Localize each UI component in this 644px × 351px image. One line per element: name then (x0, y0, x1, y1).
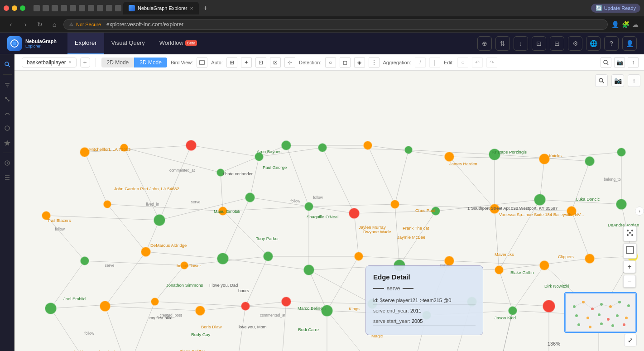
detect-btn-2[interactable]: ◻ (340, 57, 351, 68)
graph-node-n26[interactable] (567, 206, 577, 216)
graph-node-n44[interactable] (195, 306, 205, 316)
graph-node-n25[interactable] (534, 194, 546, 206)
graph-node-n31[interactable] (217, 253, 229, 264)
graph-node-n6[interactable] (281, 140, 291, 150)
graph-node-n51[interactable] (508, 306, 517, 315)
query-tab-close[interactable]: × (69, 60, 72, 65)
graph-node-n46[interactable] (281, 297, 291, 307)
graph-node-n2[interactable] (120, 144, 128, 152)
traffic-light-yellow[interactable] (12, 5, 17, 11)
graph-node-n33[interactable] (303, 264, 314, 275)
graph-node-n11[interactable] (489, 149, 500, 160)
query-tab[interactable]: basketballplayer × (22, 58, 77, 67)
graph-node-n30[interactable] (180, 261, 188, 269)
edit-btn-1[interactable]: ○ (457, 57, 468, 68)
traffic-light-red[interactable] (4, 5, 9, 11)
sidebar-icon-circle[interactable] (1, 122, 14, 135)
graph-node-n28[interactable] (80, 256, 89, 265)
sidebar-icon-history[interactable] (1, 157, 14, 169)
graph-node-n27[interactable] (616, 199, 627, 210)
tab-close-btn[interactable]: ✕ (190, 6, 193, 11)
graph-node-n37[interactable] (495, 265, 504, 274)
header-btn-4[interactable]: ⊡ (532, 36, 546, 51)
graph-node-n7[interactable] (318, 143, 327, 152)
sidebar-icon-transform[interactable] (1, 93, 14, 106)
agg-btn-1[interactable]: / (415, 57, 426, 68)
graph-node-n3[interactable] (186, 140, 197, 151)
graph-node-n45[interactable] (241, 302, 250, 311)
fullscreen-btn[interactable]: ⤢ (624, 334, 637, 346)
zoom-in-btn[interactable]: + (623, 260, 636, 273)
graph-node-n29[interactable] (141, 247, 151, 257)
header-btn-3[interactable]: ↓ (514, 36, 528, 51)
header-btn-2[interactable]: ⇅ (495, 36, 510, 51)
header-btn-user[interactable]: 👤 (622, 36, 637, 51)
graph-node-n12[interactable] (539, 154, 550, 164)
graph-node-n9[interactable] (404, 146, 413, 154)
graph-node-n43[interactable] (151, 298, 159, 306)
back-button[interactable]: ‹ (5, 19, 16, 30)
graph-node-n20[interactable] (304, 202, 313, 211)
forward-button[interactable]: › (20, 19, 31, 30)
graph-node-n39[interactable] (585, 254, 595, 264)
edit-btn-3[interactable]: ↷ (486, 57, 497, 68)
nav-visual-query[interactable]: Visual Query (104, 33, 152, 54)
auto-btn-1[interactable]: ⊞ (226, 57, 237, 68)
graph-node-n38[interactable] (539, 260, 549, 270)
add-query-tab[interactable]: + (80, 58, 90, 67)
graph-node-n17[interactable] (154, 214, 165, 226)
minimap[interactable] (564, 292, 637, 333)
sync-icon[interactable]: ☁ (632, 21, 639, 28)
traffic-light-green[interactable] (20, 5, 25, 11)
camera-btn[interactable]: 📷 (614, 57, 625, 68)
expand-panel-btn[interactable]: › (635, 207, 644, 216)
home-button[interactable]: ⌂ (49, 19, 60, 30)
graph-node-n15[interactable] (42, 211, 51, 220)
graph-canvas[interactable]: Edge Detail serve id: $serve player121->… (14, 71, 644, 351)
header-btn-lang[interactable]: 🌐 (586, 36, 601, 51)
edit-btn-2[interactable]: ↶ (472, 57, 483, 68)
graph-node-n41[interactable] (45, 303, 57, 314)
graph-node-n16[interactable] (103, 200, 111, 208)
graph-node-n8[interactable] (363, 141, 372, 150)
graph-node-n21[interactable] (349, 208, 360, 219)
detect-btn-1[interactable]: ○ (325, 57, 336, 68)
sidebar-icon-list[interactable] (1, 171, 14, 184)
graph-node-n10[interactable] (444, 152, 454, 162)
graph-node-n52[interactable] (543, 300, 555, 313)
agg-btn-2[interactable]: | (429, 57, 440, 68)
auto-btn-3[interactable]: ⊡ (255, 57, 266, 68)
graph-node-n22[interactable] (390, 200, 399, 209)
graph-node-n23[interactable] (431, 207, 440, 216)
nav-workflow[interactable]: Workflow Beta (152, 33, 205, 54)
graph-node-n4[interactable] (216, 168, 225, 177)
detect-btn-4[interactable]: ⋮ (369, 57, 380, 68)
profiles-icon[interactable]: 👤 (611, 21, 619, 28)
graph-node-n14[interactable] (617, 148, 626, 157)
new-tab-button[interactable]: + (200, 3, 211, 14)
canvas-share-btn[interactable]: ↑ (628, 74, 640, 87)
graph-node-n42[interactable] (100, 301, 111, 312)
sidebar-icon-filter[interactable] (1, 78, 14, 91)
header-btn-5[interactable]: ⊟ (550, 36, 564, 51)
share-btn[interactable]: ↑ (628, 57, 639, 68)
bird-view-toggle[interactable] (197, 57, 207, 68)
zoom-out-btn[interactable]: − (623, 275, 636, 288)
header-btn-1[interactable]: ⊕ (477, 36, 492, 51)
detect-btn-3[interactable]: ◈ (354, 57, 365, 68)
mode-3d[interactable]: 3D Mode (134, 58, 167, 67)
graph-node-n19[interactable] (245, 192, 255, 202)
graph-node-n18[interactable] (218, 207, 227, 216)
graph-node-n1[interactable] (80, 147, 90, 157)
extensions-icon[interactable]: 🧩 (622, 21, 630, 28)
graph-node-n5[interactable] (255, 152, 264, 161)
canvas-search-btn[interactable] (595, 74, 608, 87)
sidebar-icon-search[interactable] (1, 58, 14, 71)
address-input[interactable]: ⚠ Not Secure explorer.vesoft-inc.com/exp… (63, 19, 608, 30)
header-btn-6[interactable]: ⚙ (568, 36, 582, 51)
nav-explorer[interactable]: Explorer (67, 33, 104, 54)
graph-node-n36[interactable] (444, 256, 454, 266)
sidebar-icon-algo[interactable] (1, 107, 14, 120)
auto-btn-2[interactable]: ✦ (241, 57, 252, 68)
graph-node-n13[interactable] (585, 156, 595, 166)
